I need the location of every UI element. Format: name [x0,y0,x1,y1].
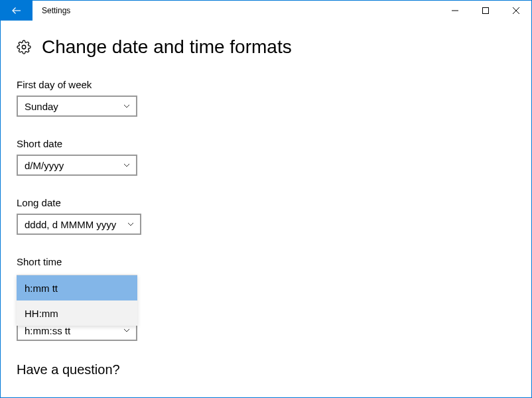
short-time-field: Short time h:mm tt HH:mm [17,256,515,267]
close-button[interactable] [501,1,531,21]
maximize-icon [482,7,489,14]
page-title: Change date and time formats [42,36,292,58]
help-heading: Have a question? [17,362,515,377]
minimize-button[interactable] [440,1,470,21]
chevron-down-icon [123,102,131,110]
window-title: Settings [33,1,440,21]
long-date-value: dddd, d MMMM yyyy [25,219,116,230]
short-date-field: Short date d/M/yyyy [17,138,515,176]
long-date-select[interactable]: dddd, d MMMM yyyy [17,214,141,235]
first-day-select[interactable]: Sunday [17,96,137,117]
chevron-down-icon [123,161,131,169]
short-date-select[interactable]: d/M/yyyy [17,155,137,176]
short-time-option-1[interactable]: HH:mm [17,300,137,326]
page-header: Change date and time formats [17,36,515,58]
svg-point-5 [22,45,26,49]
maximize-button[interactable] [470,1,501,21]
first-day-field: First day of week Sunday [17,79,515,117]
long-date-label: Long date [17,197,515,208]
short-time-option-0[interactable]: h:mm tt [17,275,137,300]
long-date-field: Long date dddd, d MMMM yyyy [17,197,515,235]
minimize-icon [452,7,458,14]
settings-window: Settings Change date and time formats Fi… [0,0,532,398]
titlebar: Settings [1,1,531,21]
arrow-left-icon [11,5,23,17]
window-controls [440,1,531,21]
gear-icon [17,40,31,54]
short-date-value: d/M/yyyy [25,160,64,171]
first-day-label: First day of week [17,79,515,90]
close-icon [513,7,519,14]
back-button[interactable] [1,1,33,21]
chevron-down-icon [123,326,131,334]
short-date-label: Short date [17,138,515,149]
first-day-value: Sunday [25,101,58,112]
content-area: Change date and time formats First day o… [1,21,531,377]
svg-rect-2 [483,8,489,14]
chevron-down-icon [127,220,135,228]
short-time-dropdown: h:mm tt HH:mm [17,275,137,326]
long-time-value: h:mm:ss tt [25,325,70,336]
short-time-label: Short time [17,256,515,267]
